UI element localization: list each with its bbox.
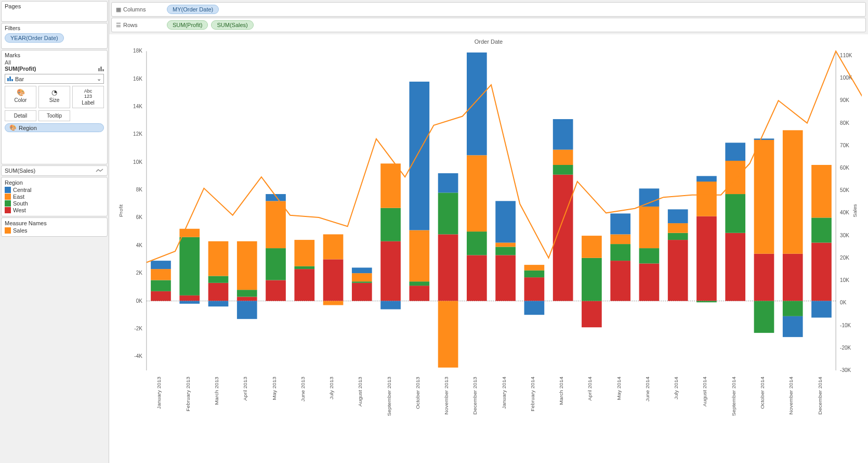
bar-segment[interactable] xyxy=(352,283,372,301)
bar-segment[interactable] xyxy=(811,165,832,217)
legend-item[interactable]: South xyxy=(5,200,104,207)
bar-segment[interactable] xyxy=(811,242,832,301)
bar-segment[interactable] xyxy=(179,295,200,301)
marks-profit[interactable]: SUM(Profit) xyxy=(5,66,104,72)
bar-segment[interactable] xyxy=(495,255,516,301)
bar-segment[interactable] xyxy=(409,82,429,230)
bar-segment[interactable] xyxy=(783,254,803,301)
bar-segment[interactable] xyxy=(208,283,229,301)
bar-segment[interactable] xyxy=(151,269,171,280)
bar-segment[interactable] xyxy=(783,301,803,316)
bar-segment[interactable] xyxy=(467,255,487,301)
bar-segment[interactable] xyxy=(266,194,286,201)
legend-item[interactable]: Central xyxy=(5,187,104,193)
bar-segment[interactable] xyxy=(725,194,745,233)
bar-segment[interactable] xyxy=(610,261,630,301)
bar-segment[interactable] xyxy=(208,301,229,306)
rows-shelf[interactable]: ☰Rows SUM(Profit) SUM(Sales) xyxy=(111,18,866,32)
bar-segment[interactable] xyxy=(524,277,545,301)
bar-segment[interactable] xyxy=(409,230,429,281)
bar-segment[interactable] xyxy=(639,207,660,248)
bar-segment[interactable] xyxy=(294,269,314,301)
bar-segment[interactable] xyxy=(294,240,314,266)
bar-segment[interactable] xyxy=(610,244,630,261)
bar-segment[interactable] xyxy=(467,155,487,231)
bar-segment[interactable] xyxy=(524,271,545,277)
marks-all[interactable]: All xyxy=(5,59,104,66)
bar-segment[interactable] xyxy=(754,301,774,332)
bar-segment[interactable] xyxy=(266,248,286,280)
bar-segment[interactable] xyxy=(179,301,200,303)
bar-segment[interactable] xyxy=(582,301,602,327)
region-pill[interactable]: 🎨 Region xyxy=(5,123,104,132)
bar-segment[interactable] xyxy=(553,119,573,150)
bar-segment[interactable] xyxy=(208,241,229,276)
bar-segment[interactable] xyxy=(639,188,660,207)
bar-segment[interactable] xyxy=(668,223,688,233)
bar-segment[interactable] xyxy=(409,281,429,286)
bar-segment[interactable] xyxy=(725,143,745,161)
mark-type-dropdown[interactable]: Bar ⌄ xyxy=(5,74,104,84)
bar-segment[interactable] xyxy=(323,234,344,259)
bar-segment[interactable] xyxy=(668,240,688,301)
color-card[interactable]: 🎨Color xyxy=(5,86,36,108)
bar-segment[interactable] xyxy=(467,231,487,255)
legend-item[interactable]: West xyxy=(5,207,104,213)
bar-segment[interactable] xyxy=(151,291,171,301)
bar-segment[interactable] xyxy=(438,301,458,367)
bar-segment[interactable] xyxy=(725,233,745,301)
bar-segment[interactable] xyxy=(380,241,401,301)
bar-segment[interactable] xyxy=(754,254,774,301)
bar-segment[interactable] xyxy=(352,267,372,273)
bar-segment[interactable] xyxy=(783,130,803,253)
tooltip-card[interactable]: Tooltip xyxy=(38,110,70,121)
bar-segment[interactable] xyxy=(639,263,660,301)
bar-segment[interactable] xyxy=(495,247,516,255)
detail-card[interactable]: Detail xyxy=(5,110,36,121)
bar-segment[interactable] xyxy=(380,208,401,241)
bar-segment[interactable] xyxy=(323,259,344,301)
bar-segment[interactable] xyxy=(237,301,257,319)
bar-segment[interactable] xyxy=(237,297,257,301)
bar-segment[interactable] xyxy=(323,301,344,305)
filter-pill-year[interactable]: YEAR(Order Date) xyxy=(5,33,64,43)
bar-segment[interactable] xyxy=(811,301,832,317)
rows-pill-sales[interactable]: SUM(Sales) xyxy=(211,20,253,30)
bar-segment[interactable] xyxy=(668,233,688,240)
bar-segment[interactable] xyxy=(438,192,458,234)
bar-segment[interactable] xyxy=(610,213,630,234)
marks-sales-row[interactable]: SUM(Sales) xyxy=(1,165,108,176)
chart-canvas[interactable]: -4K-2K0K2K4K6K8K10K12K14K16K18K-30K-20K-… xyxy=(115,46,862,463)
bar-segment[interactable] xyxy=(582,258,602,301)
bar-segment[interactable] xyxy=(438,234,458,301)
bar-segment[interactable] xyxy=(495,242,516,247)
columns-pill-orderdate[interactable]: MY(Order Date) xyxy=(167,5,219,14)
bar-segment[interactable] xyxy=(467,53,487,155)
bar-segment[interactable] xyxy=(179,237,200,295)
bar-segment[interactable] xyxy=(352,281,372,283)
size-card[interactable]: ◔Size xyxy=(38,86,70,108)
columns-shelf[interactable]: ▦Columns MY(Order Date) xyxy=(111,2,866,17)
bar-segment[interactable] xyxy=(495,201,516,242)
label-card[interactable]: Abc123Label xyxy=(72,86,104,108)
bar-segment[interactable] xyxy=(380,163,401,208)
legend-item[interactable]: East xyxy=(5,194,104,200)
bar-segment[interactable] xyxy=(266,201,286,248)
bar-segment[interactable] xyxy=(380,301,401,309)
bar-segment[interactable] xyxy=(696,301,717,302)
bar-segment[interactable] xyxy=(696,216,717,301)
bar-segment[interactable] xyxy=(783,316,803,337)
bar-segment[interactable] xyxy=(754,138,774,140)
bar-segment[interactable] xyxy=(237,290,257,297)
bar-segment[interactable] xyxy=(696,182,717,216)
bar-segment[interactable] xyxy=(524,265,545,271)
bar-segment[interactable] xyxy=(553,165,573,175)
bar-segment[interactable] xyxy=(266,280,286,301)
bar-segment[interactable] xyxy=(610,234,630,244)
bar-segment[interactable] xyxy=(409,286,429,301)
bar-segment[interactable] xyxy=(696,176,717,182)
bar-segment[interactable] xyxy=(438,173,458,192)
legend-item[interactable]: Sales xyxy=(5,227,104,234)
bar-segment[interactable] xyxy=(237,241,257,290)
bar-segment[interactable] xyxy=(151,280,171,291)
